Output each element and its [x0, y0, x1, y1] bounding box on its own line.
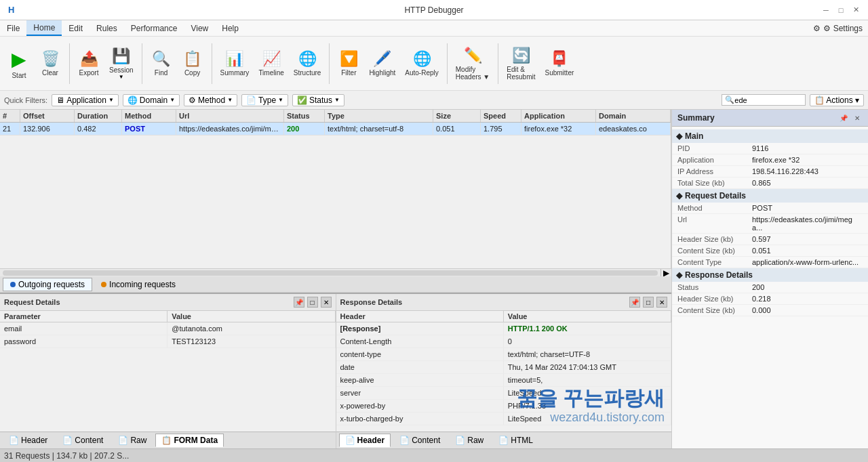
highlight-button[interactable]: 🖊️ Highlight — [365, 47, 399, 79]
method-filter-arrow: ▼ — [227, 97, 233, 103]
response-panel-maximize[interactable]: □ — [643, 297, 654, 308]
response-row-content-length[interactable]: Content-Length 0 — [336, 335, 672, 348]
summary-request-section[interactable]: ◆ Request Details — [672, 189, 868, 203]
summary-main-section[interactable]: ◆ Main — [672, 129, 868, 143]
menu-view[interactable]: View — [184, 20, 215, 36]
response-header-response: [Response] — [336, 322, 504, 335]
structure-icon: 🌐 — [298, 50, 317, 68]
resp-header-tab-label: Header — [357, 436, 385, 445]
maximize-button[interactable]: □ — [834, 3, 848, 17]
export-button[interactable]: 📤 Export — [74, 47, 104, 79]
request-tab-content[interactable]: 📄 Content — [56, 434, 109, 447]
search-icon: 🔍 — [725, 96, 734, 104]
application-filter[interactable]: 🖥 Application ▼ — [52, 94, 119, 106]
domain-filter[interactable]: 🌐 Domain ▼ — [123, 94, 180, 106]
response-tab-raw[interactable]: 📄 Raw — [449, 434, 490, 447]
form-data-tab-icon: 📋 — [161, 436, 172, 445]
actions-button[interactable]: 📋 Actions ▾ — [810, 94, 864, 106]
response-col-value: Value — [504, 311, 671, 322]
submitter-button[interactable]: 📮 Submitter — [541, 47, 578, 79]
resp-content-tab-label: Content — [412, 436, 440, 445]
domain-filter-arrow: ▼ — [170, 97, 175, 103]
response-tab-html[interactable]: 📄 HTML — [492, 434, 539, 447]
cell-speed: 1.795 — [481, 123, 521, 135]
find-button[interactable]: 🔍 Find — [146, 47, 176, 79]
summary-application-key: Application — [677, 156, 752, 164]
filter-button[interactable]: 🔽 Filter — [334, 47, 363, 79]
summary-total-size-row: Total Size (kb) 0.865 — [672, 177, 868, 189]
menu-file[interactable]: File — [0, 20, 26, 36]
summary-pin-button[interactable]: 📌 — [838, 112, 849, 123]
request-panel-maximize[interactable]: □ — [307, 297, 318, 308]
modify-headers-button[interactable]: ✏️ ModifyHeaders ▼ — [452, 44, 494, 83]
copy-button[interactable]: 📋 Copy — [178, 47, 208, 79]
clear-button[interactable]: 🗑️ Clear — [35, 47, 65, 79]
scroll-right-button[interactable]: ▶ — [660, 269, 671, 277]
minimize-button[interactable]: ─ — [819, 3, 833, 17]
response-row-x-powered[interactable]: x-powered-by PHP/7.1.33 — [336, 400, 672, 413]
clear-icon: 🗑️ — [41, 50, 60, 68]
menu-performance[interactable]: Performance — [124, 20, 184, 36]
request-tab-form-data[interactable]: 📋 FORM Data — [155, 434, 224, 447]
start-button[interactable]: ▶ Start — [4, 45, 34, 82]
gear-icon: ⚙ — [813, 24, 821, 33]
search-box[interactable]: 🔍 — [722, 94, 806, 106]
response-row-content-type[interactable]: content-type text/html; charset=UTF-8 — [336, 348, 672, 361]
request-row-password[interactable]: password TEST123123 — [0, 335, 336, 348]
response-row-date[interactable]: date Thu, 14 Mar 2024 17:04:13 GMT — [336, 361, 672, 374]
response-tab-bar: 📄 Header 📄 Content 📄 Raw 📄 — [336, 432, 672, 448]
request-tab-raw[interactable]: 📄 Raw — [112, 434, 153, 447]
close-button[interactable]: ✕ — [849, 3, 863, 17]
response-details-title: Response Details — [340, 298, 403, 306]
response-header-x-turbo: x-turbo-charged-by — [336, 413, 504, 425]
filter-icon: 🔽 — [340, 50, 358, 68]
menu-help[interactable]: Help — [215, 20, 245, 36]
response-header-x-powered: x-powered-by — [336, 400, 504, 412]
response-row-server[interactable]: server LiteSpeed — [336, 387, 672, 400]
settings-button[interactable]: ⚙ ⚙ Settings — [808, 21, 868, 36]
auto-reply-button[interactable]: 🌐 Auto-Reply — [401, 47, 442, 79]
search-input[interactable] — [734, 96, 802, 104]
timeline-button[interactable]: 📈 Timeline — [254, 47, 288, 79]
menu-rules[interactable]: Rules — [90, 20, 124, 36]
menu-bar: File Home Edit Rules Performance View He… — [0, 20, 868, 37]
incoming-requests-tab[interactable]: Incoming requests — [94, 278, 183, 291]
response-row-x-turbo[interactable]: x-turbo-charged-by LiteSpeed — [336, 413, 672, 425]
summary-ip-key: IP Address — [677, 167, 752, 175]
request-tab-header[interactable]: 📄 Header — [3, 434, 54, 447]
request-panel-pin[interactable]: 📌 — [294, 297, 304, 308]
summary-close-button[interactable]: ✕ — [852, 112, 863, 123]
cell-num: 21 — [0, 123, 20, 135]
horizontal-scrollbar[interactable]: ▶ — [0, 268, 671, 276]
table-row[interactable]: 21 132.906 0.482 POST https://edeaskates… — [0, 123, 671, 135]
summary-ip-row: IP Address 198.54.116.228:443 — [672, 166, 868, 177]
session-button[interactable]: 💾 Session ▼ — [105, 45, 138, 83]
cell-type: text/html; charset=utf-8 — [325, 123, 433, 135]
method-filter[interactable]: ⚙ Method ▼ — [184, 94, 237, 106]
status-filter-icon: ✅ — [297, 96, 307, 105]
edit-resubmit-button[interactable]: 🔄 Edit &Resubmit — [502, 44, 539, 83]
response-value-x-turbo: LiteSpeed — [504, 413, 671, 425]
response-panel-pin[interactable]: 📌 — [629, 297, 640, 308]
type-filter[interactable]: 📄 Type ▼ — [241, 94, 288, 106]
response-row-response[interactable]: [Response] HTTP/1.1 200 OK — [336, 322, 672, 335]
request-panel-close[interactable]: ✕ — [321, 297, 332, 308]
resp-raw-tab-label: Raw — [467, 436, 484, 445]
summary-button[interactable]: 📊 Summary — [216, 47, 254, 79]
summary-label: Summary — [220, 69, 250, 77]
requests-table: # Offset Duration Method Url Status Type… — [0, 110, 671, 268]
response-tab-header[interactable]: 📄 Header — [339, 434, 391, 447]
status-filter[interactable]: ✅ Status ▼ — [292, 94, 344, 106]
summary-response-section[interactable]: ◆ Response Details — [672, 268, 868, 282]
response-panel-close[interactable]: ✕ — [656, 297, 667, 308]
outgoing-requests-tab[interactable]: Outgoing requests — [3, 278, 92, 291]
start-icon: ▶ — [12, 48, 26, 70]
menu-home[interactable]: Home — [26, 20, 62, 36]
menu-edit[interactable]: Edit — [62, 20, 90, 36]
structure-button[interactable]: 🌐 Structure — [290, 47, 326, 79]
summary-application-value: firefox.exe *32 — [752, 156, 800, 164]
response-row-keep-alive[interactable]: keep-alive timeout=5, — [336, 374, 672, 387]
request-row-email[interactable]: email @tutanota.com — [0, 322, 336, 335]
response-tab-content[interactable]: 📄 Content — [393, 434, 446, 447]
clear-label: Clear — [42, 69, 58, 77]
